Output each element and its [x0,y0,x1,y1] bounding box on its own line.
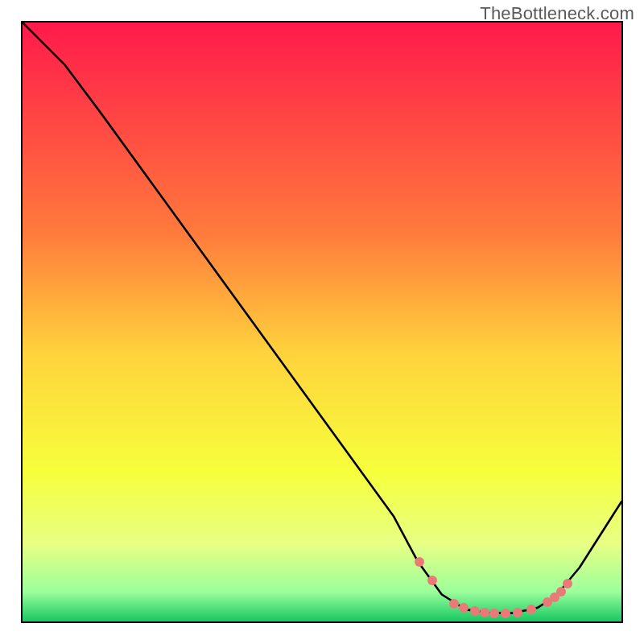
curve-marker [489,609,499,618]
curve-marker [563,579,572,588]
curve-marker [470,606,480,616]
bottleneck-curve [23,23,621,621]
bottleneck-chart: TheBottleneck.com [0,0,644,644]
curve-marker [556,587,566,597]
curve-marker [513,608,522,617]
curve-marker [415,557,424,567]
curve-marker [526,605,536,614]
plot-area [21,21,623,623]
curve-marker [459,603,469,613]
curve-marker [480,608,489,617]
curve-marker [501,609,510,618]
curve-marker [427,576,437,585]
